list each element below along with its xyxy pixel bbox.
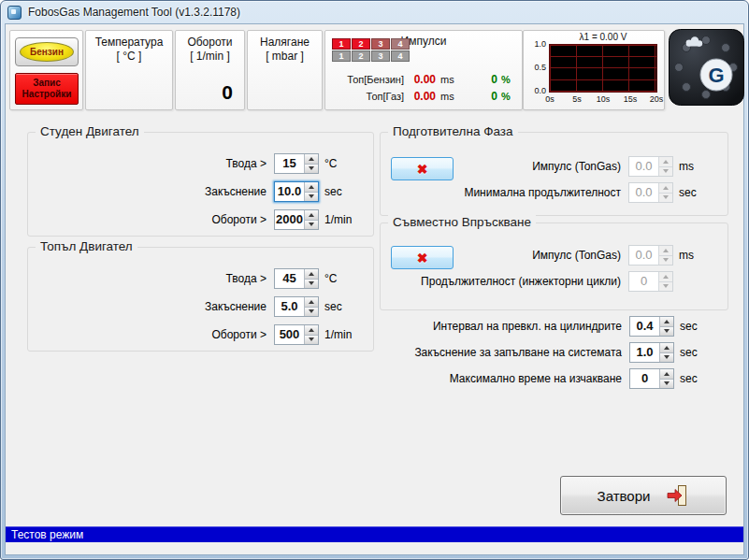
warm-delay-spinner[interactable]: 5.0 [274, 296, 319, 317]
fuel-panel: Бензин Запис Настройки [9, 30, 83, 110]
warm-rpm-spinner[interactable]: 500 [274, 324, 319, 345]
fuel-mode-button[interactable]: Бензин [15, 37, 79, 66]
cold-rpm-spinner[interactable]: 2000 [274, 209, 319, 230]
joint-pulse-unit: ms [679, 249, 707, 262]
spin-down-button[interactable] [660, 379, 673, 389]
spin-up-button[interactable] [305, 182, 318, 192]
warm-delay-row: Закъснение 5.0 sec [28, 293, 373, 321]
system-fill-delay-unit: sec [680, 346, 708, 359]
close-button[interactable]: Затвори [560, 476, 727, 515]
spinner-value[interactable]: 500 [275, 325, 304, 344]
cold-rpm-row: Обороти > 2000 1/min [28, 206, 373, 234]
spin-down-button [659, 255, 672, 266]
y-tick: 1.0 [534, 39, 546, 49]
warm-twoda-spinner[interactable]: 45 [274, 268, 319, 289]
warm-twoda-row: Твода > 45 °C [28, 265, 373, 293]
warm-rpm-label: Обороти > [28, 328, 274, 341]
system-fill-delay-spinner[interactable]: 1.0 [629, 342, 674, 363]
arrow-up-icon [309, 213, 314, 217]
joint-injection-toggle-button[interactable]: ✖ [391, 246, 454, 269]
prep-minduration-row: Минимална продължителност 0.0 sec [381, 179, 727, 206]
spin-down-button[interactable] [305, 220, 318, 230]
y-tick: 0.5 [534, 63, 546, 72]
spin-up-button[interactable] [660, 369, 673, 379]
spin-up-button[interactable] [305, 210, 318, 220]
spinner-value[interactable]: 45 [275, 269, 304, 288]
spinner-value[interactable]: 0 [630, 369, 659, 388]
warm-delay-unit: sec [324, 300, 364, 313]
arrow-up-icon [663, 160, 669, 164]
status-bar: Тестов режим [6, 526, 743, 542]
arrow-down-icon [309, 337, 314, 341]
spin-up-button [659, 272, 672, 281]
spin-up-button[interactable] [305, 154, 318, 164]
pressure-label: Налягане [248, 36, 322, 49]
spinner-value: 0 [629, 272, 658, 291]
rpm-unit: [ 1/min ] [176, 50, 244, 63]
pulse-gas-2-indicator: 2 [352, 50, 370, 62]
x-tick: 20s [650, 94, 664, 104]
x-tick: 15s [624, 94, 638, 104]
arrow-up-icon [663, 249, 669, 252]
ton-gas-unit: ms [440, 91, 461, 102]
spinner-value[interactable]: 10.0 [275, 182, 304, 201]
cold-delay-spinner[interactable]: 10.0 [274, 181, 319, 202]
pressure-unit: [ mbar ] [248, 50, 322, 63]
arrow-up-icon [664, 346, 670, 350]
cold-delay-row: Закъснение 10.0 sec [28, 178, 373, 206]
prep-minduration-spinner: 0.0 [628, 182, 673, 203]
ton-benzin-label: Топ[Бензин] [331, 74, 404, 85]
spinner-value[interactable]: 5.0 [275, 297, 304, 316]
spin-down-button[interactable] [305, 335, 318, 345]
spinner-buttons [304, 154, 318, 173]
warm-engine-group: Топъл Двигател Твода > 45 °C Закъснение [27, 247, 374, 352]
spin-up-button [659, 183, 672, 193]
fuel-mode-label: Бензин [30, 47, 64, 57]
max-wait-label: Максимално време на изчакване [380, 372, 629, 385]
title-bar[interactable]: FobosGas Management Tool (v1.3.2.1178) [1, 1, 748, 23]
spin-down-button[interactable] [305, 279, 318, 289]
arrow-down-icon [309, 281, 314, 285]
spin-down-button [659, 166, 672, 177]
spin-down-button[interactable] [660, 326, 673, 337]
pulse-benzin-3-indicator: 3 [371, 38, 390, 50]
arrow-down-icon [663, 195, 669, 199]
spin-down-button [659, 193, 672, 203]
brand-logo-button[interactable]: G [669, 29, 744, 106]
spin-up-button[interactable] [660, 317, 673, 326]
spinner-value[interactable]: 1.0 [630, 343, 659, 362]
spin-down-button[interactable] [660, 352, 673, 363]
spin-down-button[interactable] [305, 164, 318, 174]
cylinder-switch-interval-spinner[interactable]: 0.4 [629, 316, 674, 337]
prep-phase-group: Подготвителна Фаза ✖ Импулс (TonGas) 0.0… [380, 132, 728, 216]
save-settings-button[interactable]: Запис Настройки [15, 73, 79, 105]
prep-phase-toggle-button[interactable]: ✖ [391, 157, 454, 180]
cylinder-switch-interval-label: Интервал на превкл. на цилиндрите [380, 320, 629, 333]
spin-down-button[interactable] [305, 307, 318, 317]
spin-up-button[interactable] [305, 297, 318, 307]
spin-up-button[interactable] [305, 325, 318, 335]
arrow-down-icon [663, 258, 669, 262]
spinner-value: 0.0 [629, 183, 658, 202]
ton-gas-row: Топ[Газ] 0.00 ms 0 % [331, 89, 514, 104]
spinner-value[interactable]: 2000 [275, 210, 304, 229]
spin-down-button[interactable] [305, 192, 318, 202]
spinner-value[interactable]: 0.4 [630, 317, 659, 336]
arrow-down-icon [663, 169, 669, 173]
ton-gas-percent: 0 [481, 90, 497, 103]
max-wait-spinner[interactable]: 0 [629, 368, 674, 389]
cold-twoda-label: Твода > [28, 157, 274, 170]
cold-twoda-spinner[interactable]: 15 [274, 153, 319, 174]
arrow-down-icon [309, 194, 314, 198]
cylinder-switch-interval-row: Интервал на превкл. на цилиндрите 0.4 se… [380, 315, 728, 337]
spin-up-button [659, 246, 672, 255]
arrow-up-icon [309, 157, 314, 161]
temperature-panel: Температура [ °C ] [85, 30, 173, 110]
spin-up-button[interactable] [305, 269, 318, 279]
pulse-gas-1-indicator: 1 [332, 50, 351, 62]
arrow-down-icon [663, 284, 669, 288]
spinner-value[interactable]: 15 [275, 154, 304, 173]
arrow-down-icon [309, 166, 314, 170]
spin-up-button[interactable] [660, 343, 673, 352]
close-button-label: Затвори [598, 488, 651, 504]
